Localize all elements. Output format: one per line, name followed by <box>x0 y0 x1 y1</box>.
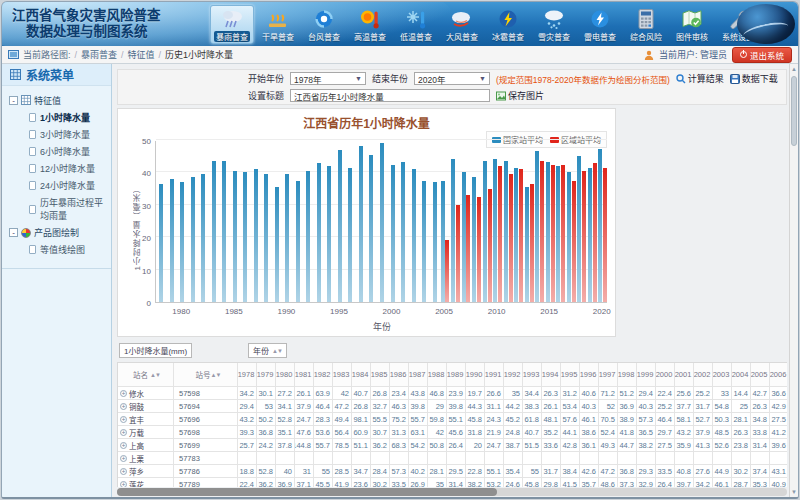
value-cell <box>257 452 276 465</box>
value-cell: 46.3 <box>390 400 409 413</box>
tree-group-features[interactable]: -特征值 <box>2 92 111 109</box>
value-cell: 28.7 <box>732 478 751 487</box>
station-id-cell: 57789 <box>174 478 238 487</box>
expand-row-icon[interactable]: + <box>120 455 127 462</box>
bar-1990 <box>285 174 289 302</box>
toolbar-item-risk[interactable]: 综合风险 <box>624 5 668 44</box>
expand-row-icon[interactable]: + <box>120 403 127 410</box>
scroll-up-icon[interactable]: ▲ <box>790 66 798 72</box>
vertical-scrollbar[interactable]: ▲ ▼ <box>789 64 798 497</box>
value-cell: 34.2 <box>238 387 257 400</box>
station-name: 上高 <box>129 440 144 451</box>
value-cell: 26.4 <box>656 478 675 487</box>
expand-row-icon[interactable]: + <box>120 442 127 449</box>
toolbar-item-heat[interactable]: 高温普查 <box>348 5 392 44</box>
chart-title-input[interactable] <box>290 89 490 102</box>
column-header-station-id[interactable]: 站号▲▼ <box>174 363 238 387</box>
tree-toggle-icon[interactable]: - <box>9 228 18 237</box>
value-cell: 25.7 <box>238 439 257 452</box>
station-name: 万载 <box>129 427 144 438</box>
bar-1999 <box>380 143 384 302</box>
expand-row-icon[interactable]: + <box>120 416 127 423</box>
horizontal-scrollbar-thumb[interactable] <box>117 488 497 496</box>
vertical-scrollbar-thumb[interactable] <box>791 76 797 146</box>
data-download-button[interactable]: 数据下载 <box>730 72 778 85</box>
value-cell <box>561 452 580 465</box>
tree-item[interactable]: 24小时降水量 <box>2 177 111 194</box>
table-row: +万载5769839.336.835.147.653.656.460.930.7… <box>118 426 787 439</box>
station-data-table: 站名▲▼站号▲▼19781979198019811982198319841985… <box>117 362 787 487</box>
toolbar-item-rain[interactable]: 暴雨普查 <box>210 5 254 44</box>
value-cell: 43.2 <box>675 426 694 439</box>
column-header-year: 1984 <box>352 363 371 387</box>
value-cell: 36.6 <box>770 387 787 400</box>
toolbar-item-typhoon[interactable]: 台风普查 <box>302 5 346 44</box>
calc-result-button[interactable]: 计算结果 <box>676 72 724 85</box>
value-cell: 45.2 <box>504 413 523 426</box>
value-cell: 45.5 <box>314 478 333 487</box>
value-cell: 48.5 <box>713 426 732 439</box>
toolbar-item-drought[interactable]: 干旱普查 <box>256 5 300 44</box>
expand-row-icon[interactable]: + <box>120 468 127 475</box>
tree-item[interactable]: 3小时降水量 <box>2 126 111 143</box>
tree-item[interactable]: 1小时降水量 <box>2 109 111 126</box>
column-header-station-name[interactable]: 站名▲▼ <box>118 363 174 387</box>
column-header-year: 1998 <box>618 363 637 387</box>
expand-row-icon[interactable]: + <box>120 481 127 488</box>
column-header-year: 2004 <box>732 363 751 387</box>
column-header-year: 1981 <box>295 363 314 387</box>
breadcrumb-item[interactable]: 暴雨普查 <box>81 50 117 60</box>
station-id-cell: 57698 <box>174 426 238 439</box>
toolbar-item-cold[interactable]: 低温普查 <box>394 5 438 44</box>
toolbar-item-snow[interactable]: 雪灾普查 <box>532 5 576 44</box>
value-cell <box>314 452 333 465</box>
sort-arrows-icon[interactable]: ▲▼ <box>211 372 221 378</box>
bar-1981 <box>191 177 195 302</box>
table-year-sort-box[interactable]: 年份▲▼ <box>248 343 287 358</box>
value-cell: 31.7 <box>694 400 713 413</box>
power-icon <box>740 51 747 58</box>
scroll-down-icon[interactable]: ▼ <box>790 489 798 495</box>
toolbar-item-wind[interactable]: 大风普查 <box>440 5 484 44</box>
start-year-select[interactable]: 1978年▼ <box>290 72 366 85</box>
tree-group-products[interactable]: -产品图绘制 <box>2 224 111 241</box>
expand-row-icon[interactable]: + <box>120 429 127 436</box>
expand-row-icon[interactable]: + <box>120 390 127 397</box>
y-tick-label: 10 <box>125 267 151 276</box>
value-cell: 31.1 <box>485 400 504 413</box>
value-cell: 57.6 <box>561 413 580 426</box>
toolbar-item-hail[interactable]: 冰雹普查 <box>486 5 530 44</box>
sort-arrows-icon[interactable]: ▲▼ <box>150 372 160 378</box>
chart-title: 江西省历年1小时降水量 <box>118 114 615 131</box>
bar-2011 <box>509 174 513 302</box>
toolbar-item-review[interactable]: 图件审核 <box>670 5 714 44</box>
value-cell <box>637 452 656 465</box>
grid-icon <box>21 95 31 107</box>
range-note: (规定范围1978-2020年数据作为绘图分析范围) <box>496 73 670 85</box>
tree-item[interactable]: 12小时降水量 <box>2 160 111 177</box>
save-image-button[interactable]: 保存图片 <box>496 89 544 102</box>
value-cell: 43.2 <box>238 413 257 426</box>
horizontal-scrollbar[interactable] <box>117 488 787 496</box>
logout-button[interactable]: 退出系统 <box>732 47 792 63</box>
tree-item[interactable]: 历年暴雨过程平均雨量 <box>2 194 111 224</box>
toolbar-item-lightning[interactable]: 雷电普查 <box>578 5 622 44</box>
value-cell: 33.5 <box>656 465 675 478</box>
tree-toggle-icon[interactable]: - <box>9 96 18 105</box>
end-year-select[interactable]: 2020年▼ <box>414 72 490 85</box>
value-cell: 25.2 <box>694 387 713 400</box>
value-cell: 47.6 <box>295 426 314 439</box>
value-cell: 61.8 <box>523 413 542 426</box>
value-cell: 63.9 <box>314 387 333 400</box>
tree-item[interactable]: 6小时降水量 <box>2 143 111 160</box>
value-cell: 19.7 <box>466 387 485 400</box>
breadcrumb-item[interactable]: 特征值 <box>128 50 155 60</box>
station-name-cell: +上栗 <box>118 452 174 465</box>
breadcrumb-item[interactable]: 历史1小时降水量 <box>165 50 233 60</box>
tree-item[interactable]: 等值线绘图 <box>2 241 111 258</box>
value-cell: 36.9 <box>276 478 295 487</box>
sort-arrows-icon[interactable]: ▲▼ <box>272 348 282 354</box>
bar-1980 <box>180 182 184 302</box>
value-cell: 60.9 <box>352 426 371 439</box>
toolbar-item-label: 暴雨普查 <box>214 31 250 42</box>
